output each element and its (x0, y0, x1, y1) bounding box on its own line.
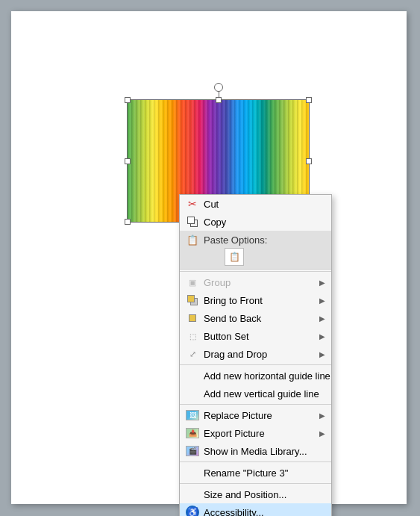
copy-icon (186, 215, 199, 229)
send-to-back-arrow: ▶ (319, 314, 325, 323)
handle-top-right[interactable] (306, 97, 312, 103)
add-vert-label: Add new vertical guide line (204, 388, 325, 400)
add-horiz-icon (186, 369, 199, 382)
cut-label: Cut (204, 199, 325, 210)
separator-1 (180, 271, 331, 272)
menu-item-bring-to-front[interactable]: Bring to Front ▶ (180, 291, 331, 309)
menu-item-copy[interactable]: Copy (180, 213, 331, 231)
send-to-back-icon (186, 311, 199, 325)
menu-item-group: ▣ Group ▶ (180, 273, 331, 291)
button-set-icon: ⬚ (186, 329, 199, 343)
handle-mid-right[interactable] (306, 158, 312, 164)
add-horiz-label: Add new horizontal guide line (204, 370, 330, 382)
replace-picture-arrow: ▶ (319, 411, 325, 420)
menu-item-export-picture[interactable]: 📤 Export Picture ▶ (180, 424, 331, 442)
menu-item-add-horiz-guide[interactable]: Add new horizontal guide line (180, 367, 331, 385)
button-set-arrow: ▶ (319, 332, 325, 341)
accessibility-label: Accessibility... (204, 507, 325, 517)
menu-item-cut[interactable]: ✂ Cut (180, 195, 331, 213)
handle-mid-left[interactable] (125, 158, 131, 164)
show-media-label: Show in Media Library... (204, 446, 325, 457)
button-set-label: Button Set (204, 331, 319, 342)
menu-item-button-set[interactable]: ⬚ Button Set ▶ (180, 327, 331, 345)
menu-item-add-vert-guide[interactable]: Add new vertical guide line (180, 385, 331, 402)
separator-3 (180, 404, 331, 405)
context-menu: ✂ Cut Copy 📋 Paste Options: 📋 (179, 194, 332, 516)
menu-item-paste-options[interactable]: 📋 Paste Options: 📋 (180, 231, 331, 270)
menu-item-send-to-back[interactable]: Send to Back ▶ (180, 309, 331, 327)
drag-drop-icon: ⤢ (186, 347, 199, 361)
size-position-label: Size and Position... (204, 489, 325, 500)
bring-to-front-arrow: ▶ (319, 296, 325, 305)
export-picture-icon: 📤 (186, 426, 199, 440)
separator-4 (180, 461, 331, 462)
menu-item-size-position[interactable]: Size and Position... (180, 485, 331, 503)
export-picture-label: Export Picture (204, 428, 319, 439)
canvas: ✂ Cut Copy 📋 Paste Options: 📋 (11, 11, 407, 504)
group-arrow: ▶ (319, 279, 325, 287)
export-picture-arrow: ▶ (319, 429, 325, 438)
handle-top-mid[interactable] (216, 97, 222, 103)
bring-to-front-icon (186, 293, 199, 307)
paste-options-label: Paste Options: (204, 234, 325, 246)
replace-picture-label: Replace Picture (204, 410, 319, 421)
rename-icon (186, 466, 199, 479)
group-label: Group (204, 277, 319, 288)
rename-label: Rename "Picture 3" (204, 467, 325, 479)
separator-5 (180, 483, 331, 484)
menu-item-replace-picture[interactable]: 🖼 Replace Picture ▶ (180, 406, 331, 424)
menu-item-accessibility[interactable]: ♿ Accessibility... (180, 503, 331, 516)
drag-drop-label: Drag and Drop (204, 349, 319, 360)
bring-to-front-label: Bring to Front (204, 295, 319, 306)
accessibility-icon: ♿ (186, 506, 199, 516)
replace-picture-icon: 🖼 (186, 408, 199, 422)
send-to-back-label: Send to Back (204, 313, 319, 324)
menu-item-drag-drop[interactable]: ⤢ Drag and Drop ▶ (180, 345, 331, 363)
paste-icon: 📋 (186, 233, 199, 246)
size-position-icon (186, 488, 199, 501)
menu-item-rename[interactable]: Rename "Picture 3" (180, 464, 331, 482)
rotation-handle[interactable] (214, 83, 223, 92)
copy-label: Copy (204, 217, 325, 228)
show-media-icon: 🎬 (186, 444, 199, 458)
handle-bottom-left[interactable] (125, 219, 131, 225)
menu-item-show-media[interactable]: 🎬 Show in Media Library... (180, 442, 331, 460)
drag-drop-arrow: ▶ (319, 350, 325, 358)
add-vert-icon (186, 387, 199, 400)
paste-option-button[interactable]: 📋 (225, 248, 244, 266)
group-icon: ▣ (186, 276, 199, 289)
handle-top-left[interactable] (125, 97, 131, 103)
cut-icon: ✂ (186, 197, 199, 211)
separator-2 (180, 364, 331, 365)
